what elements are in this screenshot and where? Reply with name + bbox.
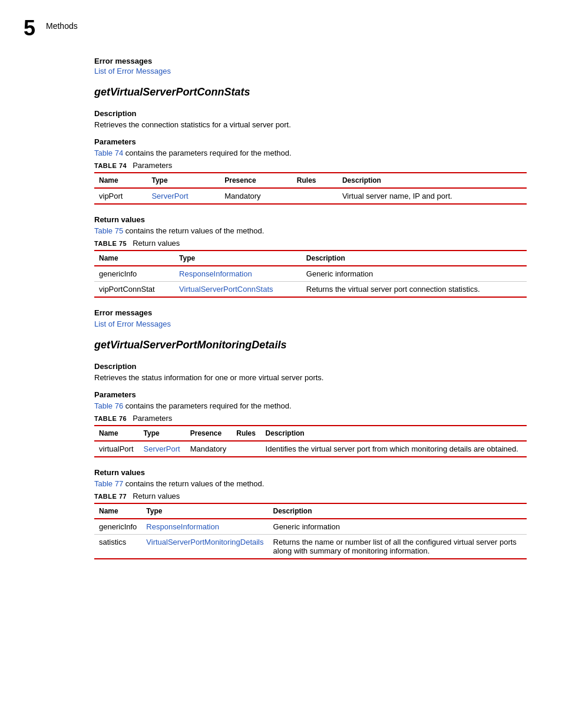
method-1-parameters-table: TABLE 74 Parameters Name Type Presence R… <box>94 161 527 205</box>
chapter-label: Methods <box>46 18 78 31</box>
cell-description: Returns the virtual server port connecti… <box>302 282 527 298</box>
table-row: satistics VirtualServerPortMonitoringDet… <box>94 535 527 559</box>
col-name: Name <box>94 503 141 519</box>
method-1-parameters-ref-link[interactable]: Table 74 <box>94 149 123 157</box>
table-row: genericInfo ResponseInformation Generic … <box>94 266 527 282</box>
col-type: Type <box>141 503 268 519</box>
method-1-table74-header-row: TABLE 74 Parameters <box>94 161 527 170</box>
method-1-error-label: Error messages <box>94 308 527 317</box>
cell-type: ServerPort <box>147 188 220 204</box>
cell-type: ResponseInformation <box>174 266 302 282</box>
top-error-messages-section: Error messages List of Error Messages <box>24 57 527 75</box>
cell-name: genericInfo <box>94 519 141 535</box>
col-presence: Presence <box>220 173 292 188</box>
method-2-table76-title: Parameters <box>133 414 172 423</box>
cell-presence: Mandatory <box>186 441 232 457</box>
method-1-description: Retrieves the connection statistics for … <box>94 120 527 129</box>
method-2-parameters-ref-link[interactable]: Table 76 <box>94 401 123 410</box>
cell-type-link[interactable]: VirtualServerPortMonitoringDetails <box>146 538 263 546</box>
method-2-description: Retrieves the status information for one… <box>94 373 527 382</box>
method-2-return-label: Return values <box>94 468 527 477</box>
cell-type: ServerPort <box>139 441 186 457</box>
method-1-section: getVirtualServerPortConnStats Descriptio… <box>24 86 527 328</box>
method-2-table77-title: Return values <box>133 492 180 500</box>
cell-type-link[interactable]: ServerPort <box>151 192 188 200</box>
method-1-parameters-table-el: Name Type Presence Rules Description vip… <box>94 172 527 205</box>
cell-description: Virtual server name, IP and port. <box>338 188 527 204</box>
cell-type-link[interactable]: ResponseInformation <box>179 269 252 278</box>
table-row: genericInfo ResponseInformation Generic … <box>94 519 527 535</box>
table-row: vipPortConnStat VirtualServerPortConnSta… <box>94 282 527 298</box>
cell-rules <box>232 441 260 457</box>
col-type: Type <box>139 426 186 441</box>
method-2-return-ref: Table 77 contains the return values of t… <box>94 479 527 488</box>
method-2-parameters-table-el: Name Type Presence Rules Description vir… <box>94 425 527 457</box>
col-type: Type <box>174 251 302 266</box>
cell-description: Generic information <box>269 519 527 535</box>
col-description: Description <box>338 173 527 188</box>
cell-type: VirtualServerPortConnStats <box>174 282 302 298</box>
method-2-return-table-el: Name Type Description genericInfo Respon… <box>94 503 527 559</box>
method-2-table77-header-row: TABLE 77 Return values <box>94 492 527 500</box>
method-1-error-link[interactable]: List of Error Messages <box>94 319 527 328</box>
method-2-parameters-table: TABLE 76 Parameters Name Type Presence R… <box>94 414 527 457</box>
method-2-parameters-label: Parameters <box>94 390 527 399</box>
col-name: Name <box>94 426 139 441</box>
col-rules: Rules <box>232 426 260 441</box>
table-row: virtualPort ServerPort Mandatory Identif… <box>94 441 527 457</box>
method-2-parameters-ref: Table 76 contains the parameters require… <box>94 401 527 410</box>
method-2-description-label: Description <box>94 362 527 371</box>
cell-type: ResponseInformation <box>141 519 268 535</box>
method-2-title: getVirtualServerPortMonitoringDetails <box>94 339 527 351</box>
cell-type-link[interactable]: ResponseInformation <box>146 522 219 531</box>
table-row: vipPort ServerPort Mandatory Virtual ser… <box>94 188 527 204</box>
method-1-table75-title: Return values <box>133 239 180 248</box>
col-name: Name <box>94 173 147 188</box>
method-1-title: getVirtualServerPortConnStats <box>94 86 527 98</box>
method-1-table75-header-row: TABLE 75 Return values <box>94 239 527 248</box>
col-presence: Presence <box>186 426 232 441</box>
cell-description: Generic information <box>302 266 527 282</box>
cell-type: VirtualServerPortMonitoringDetails <box>141 535 268 559</box>
chapter-number: 5 <box>24 18 35 39</box>
method-1-description-label: Description <box>94 109 527 118</box>
method-2-table76-label: TABLE 76 <box>94 415 127 422</box>
method-1-return-ref: Table 75 contains the return values of t… <box>94 226 527 235</box>
method-1-table75-label: TABLE 75 <box>94 240 127 247</box>
col-rules: Rules <box>292 173 338 188</box>
cell-type-link[interactable]: ServerPort <box>144 444 180 453</box>
col-description: Description <box>269 503 527 519</box>
cell-name: genericInfo <box>94 266 174 282</box>
method-1-parameters-ref: Table 74 contains the parameters require… <box>94 149 527 157</box>
method-1-table74-label: TABLE 74 <box>94 162 127 169</box>
top-error-messages-label: Error messages <box>94 57 527 65</box>
col-type: Type <box>147 173 220 188</box>
cell-rules <box>292 188 338 204</box>
method-1-return-table-el: Name Type Description genericInfo Respon… <box>94 250 527 298</box>
col-description: Description <box>302 251 527 266</box>
method-1-return-ref-link[interactable]: Table 75 <box>94 226 123 235</box>
col-description: Description <box>261 426 527 441</box>
method-1-return-label: Return values <box>94 215 527 224</box>
top-error-messages-link[interactable]: List of Error Messages <box>94 67 527 75</box>
cell-type-link[interactable]: VirtualServerPortConnStats <box>179 285 273 294</box>
cell-name: satistics <box>94 535 141 559</box>
method-1-table74-title: Parameters <box>133 161 172 170</box>
cell-presence: Mandatory <box>220 188 292 204</box>
method-2-table77-label: TABLE 77 <box>94 493 127 500</box>
method-1-return-table: TABLE 75 Return values Name Type Descrip… <box>94 239 527 298</box>
method-2-table76-header-row: TABLE 76 Parameters <box>94 414 527 423</box>
method-2-return-table: TABLE 77 Return values Name Type Descrip… <box>94 492 527 559</box>
cell-description: Returns the name or number list of all t… <box>269 535 527 559</box>
cell-name: vipPort <box>94 188 147 204</box>
method-2-return-ref-link[interactable]: Table 77 <box>94 479 123 488</box>
cell-name: virtualPort <box>94 441 139 457</box>
method-2-section: getVirtualServerPortMonitoringDetails De… <box>24 339 527 559</box>
page-header: 5 Methods <box>24 18 527 39</box>
method-1-parameters-label: Parameters <box>94 137 527 146</box>
cell-description: Identifies the virtual server port from … <box>261 441 527 457</box>
col-name: Name <box>94 251 174 266</box>
cell-name: vipPortConnStat <box>94 282 174 298</box>
